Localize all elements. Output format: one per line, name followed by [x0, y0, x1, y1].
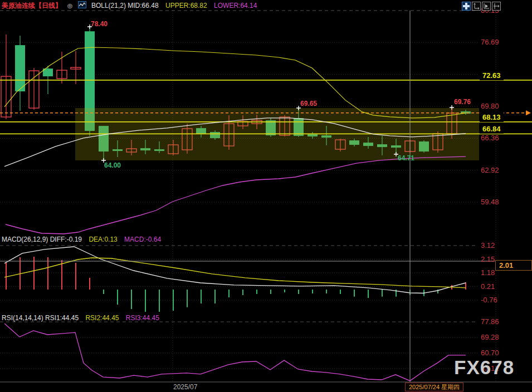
crosshair[interactable] — [0, 11, 495, 382]
boll-mid-label: BOLL(21,2) MID:66.48 — [91, 2, 159, 9]
rsi3-label: RSI3:44.45 — [126, 314, 159, 322]
rsi2-label: RSI2:44.45 — [85, 314, 119, 322]
crosshair-date-label: 2025/07/24 星期四 — [405, 383, 463, 391]
macd-macd-label: MACD:-0.64 — [124, 236, 161, 243]
macd-diff-label: MACD(26,12,9) DIFF:-0.19 — [2, 236, 82, 243]
chart-toolbar — [462, 2, 501, 11]
price-panel-header: 美原油连续【日线】⊕BOLL(21,2) MID:66.48 UPPER:68.… — [2, 1, 262, 10]
macd-panel-header: MACD(26,12,9) DIFF:-0.19 DEA:0.13 MACD:-… — [2, 236, 166, 243]
pan-tool-icon[interactable] — [462, 2, 471, 11]
rsi1-label: RSI(14,14,14) RSI1:44.45 — [2, 314, 79, 322]
crosshair-value-label: 2.01 — [495, 260, 532, 271]
mini-chart-icon[interactable] — [78, 1, 86, 10]
symbol-title[interactable]: 美原油连续【日线】 — [2, 2, 62, 9]
axis-zoom-icon[interactable] — [472, 2, 481, 11]
boll-lower-label: LOWER:64.14 — [214, 2, 257, 9]
axis-fit-icon[interactable] — [492, 2, 501, 11]
rsi-panel-header: RSI(14,14,14) RSI1:44.45 RSI2:44.45 RSI3… — [2, 315, 164, 322]
trading-chart-app: 80.1376.6973.2469.8066.3662.9259.483.122… — [0, 0, 532, 392]
chart-canvas[interactable] — [0, 0, 532, 392]
macd-histogram — [6, 257, 466, 312]
time-axis-month-label: 2025/07 — [173, 383, 197, 391]
boll-upper-label: UPPER:68.82 — [165, 2, 207, 9]
macd-dea-label: DEA:0.13 — [89, 236, 117, 243]
watermark: FX678 — [454, 356, 514, 379]
axis-play-icon[interactable] — [482, 2, 491, 11]
expand-icon[interactable]: ⊕ — [67, 2, 73, 10]
